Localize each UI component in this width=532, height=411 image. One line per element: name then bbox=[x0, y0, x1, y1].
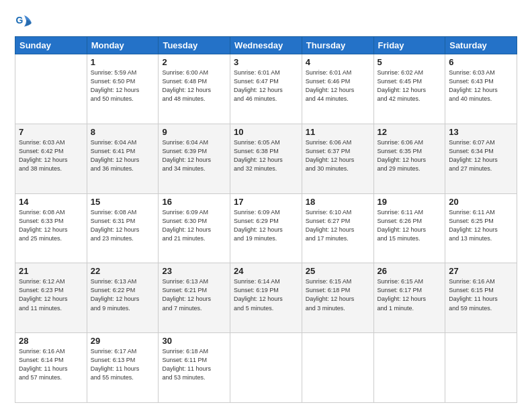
calendar-cell: 27Sunrise: 6:16 AM Sunset: 6:15 PM Dayli… bbox=[445, 263, 517, 333]
header: G bbox=[15, 12, 517, 31]
calendar-cell: 25Sunrise: 6:15 AM Sunset: 6:18 PM Dayli… bbox=[302, 263, 373, 333]
cell-info: Sunrise: 6:13 AM Sunset: 6:21 PM Dayligh… bbox=[162, 277, 226, 312]
cell-day-number: 24 bbox=[234, 266, 298, 276]
cell-info: Sunrise: 6:15 AM Sunset: 6:18 PM Dayligh… bbox=[306, 277, 370, 312]
cell-day-number: 7 bbox=[19, 127, 83, 137]
cell-info: Sunrise: 6:07 AM Sunset: 6:34 PM Dayligh… bbox=[449, 138, 513, 173]
calendar-cell: 13Sunrise: 6:07 AM Sunset: 6:34 PM Dayli… bbox=[445, 124, 517, 193]
calendar-cell: 18Sunrise: 6:10 AM Sunset: 6:27 PM Dayli… bbox=[302, 193, 373, 263]
page: G SundayMondayTuesdayWednesdayThursdayFr… bbox=[0, 0, 532, 411]
cell-info: Sunrise: 6:00 AM Sunset: 6:48 PM Dayligh… bbox=[162, 68, 226, 103]
calendar-cell: 17Sunrise: 6:09 AM Sunset: 6:29 PM Dayli… bbox=[230, 193, 302, 263]
calendar-cell: 6Sunrise: 6:03 AM Sunset: 6:43 PM Daylig… bbox=[445, 54, 517, 124]
calendar-cell: 9Sunrise: 6:04 AM Sunset: 6:39 PM Daylig… bbox=[159, 124, 230, 193]
cell-info: Sunrise: 6:09 AM Sunset: 6:30 PM Dayligh… bbox=[162, 208, 226, 243]
week-row-3: 14Sunrise: 6:08 AM Sunset: 6:33 PM Dayli… bbox=[15, 193, 517, 263]
weekday-header-saturday: Saturday bbox=[445, 37, 517, 54]
weekday-header-friday: Friday bbox=[373, 37, 445, 54]
cell-day-number: 25 bbox=[306, 266, 370, 276]
calendar-table: SundayMondayTuesdayWednesdayThursdayFrid… bbox=[15, 36, 517, 403]
cell-info: Sunrise: 6:01 AM Sunset: 6:46 PM Dayligh… bbox=[306, 68, 370, 103]
calendar-cell: 15Sunrise: 6:08 AM Sunset: 6:31 PM Dayli… bbox=[87, 193, 159, 263]
cell-day-number: 16 bbox=[162, 197, 226, 207]
calendar-cell bbox=[373, 333, 445, 403]
cell-info: Sunrise: 6:15 AM Sunset: 6:17 PM Dayligh… bbox=[378, 277, 442, 312]
cell-info: Sunrise: 6:13 AM Sunset: 6:22 PM Dayligh… bbox=[91, 277, 155, 312]
calendar-cell bbox=[15, 54, 87, 124]
cell-day-number: 22 bbox=[91, 266, 155, 276]
cell-day-number: 19 bbox=[378, 197, 442, 207]
cell-day-number: 2 bbox=[162, 57, 226, 67]
calendar-cell: 30Sunrise: 6:18 AM Sunset: 6:11 PM Dayli… bbox=[159, 333, 230, 403]
cell-day-number: 20 bbox=[449, 197, 513, 207]
calendar-cell bbox=[302, 333, 373, 403]
calendar-cell: 16Sunrise: 6:09 AM Sunset: 6:30 PM Dayli… bbox=[159, 193, 230, 263]
calendar-cell: 29Sunrise: 6:17 AM Sunset: 6:13 PM Dayli… bbox=[87, 333, 159, 403]
calendar-cell: 5Sunrise: 6:02 AM Sunset: 6:45 PM Daylig… bbox=[373, 54, 445, 124]
cell-day-number: 21 bbox=[19, 266, 83, 276]
cell-info: Sunrise: 6:10 AM Sunset: 6:27 PM Dayligh… bbox=[306, 208, 370, 243]
cell-info: Sunrise: 6:16 AM Sunset: 6:14 PM Dayligh… bbox=[19, 347, 83, 382]
calendar-cell: 1Sunrise: 5:59 AM Sunset: 6:50 PM Daylig… bbox=[87, 54, 159, 124]
calendar-cell: 7Sunrise: 6:03 AM Sunset: 6:42 PM Daylig… bbox=[15, 124, 87, 193]
cell-day-number: 6 bbox=[449, 57, 513, 67]
weekday-header-tuesday: Tuesday bbox=[159, 37, 230, 54]
cell-day-number: 12 bbox=[378, 127, 442, 137]
cell-day-number: 9 bbox=[162, 127, 226, 137]
calendar-cell: 14Sunrise: 6:08 AM Sunset: 6:33 PM Dayli… bbox=[15, 193, 87, 263]
calendar-cell: 21Sunrise: 6:12 AM Sunset: 6:23 PM Dayli… bbox=[15, 263, 87, 333]
cell-info: Sunrise: 6:03 AM Sunset: 6:42 PM Dayligh… bbox=[19, 138, 83, 173]
cell-day-number: 8 bbox=[91, 127, 155, 137]
cell-info: Sunrise: 6:11 AM Sunset: 6:25 PM Dayligh… bbox=[449, 208, 513, 243]
cell-day-number: 1 bbox=[91, 57, 155, 67]
cell-info: Sunrise: 6:04 AM Sunset: 6:39 PM Dayligh… bbox=[162, 138, 226, 173]
calendar-cell: 26Sunrise: 6:15 AM Sunset: 6:17 PM Dayli… bbox=[373, 263, 445, 333]
cell-day-number: 3 bbox=[234, 57, 298, 67]
calendar-cell: 4Sunrise: 6:01 AM Sunset: 6:46 PM Daylig… bbox=[302, 54, 373, 124]
cell-info: Sunrise: 6:18 AM Sunset: 6:11 PM Dayligh… bbox=[162, 347, 226, 382]
cell-info: Sunrise: 6:01 AM Sunset: 6:47 PM Dayligh… bbox=[234, 68, 298, 103]
cell-info: Sunrise: 6:03 AM Sunset: 6:43 PM Dayligh… bbox=[449, 68, 513, 103]
calendar-cell: 20Sunrise: 6:11 AM Sunset: 6:25 PM Dayli… bbox=[445, 193, 517, 263]
weekday-header-row: SundayMondayTuesdayWednesdayThursdayFrid… bbox=[15, 37, 517, 54]
cell-day-number: 4 bbox=[306, 57, 370, 67]
calendar-cell: 28Sunrise: 6:16 AM Sunset: 6:14 PM Dayli… bbox=[15, 333, 87, 403]
weekday-header-sunday: Sunday bbox=[15, 37, 87, 54]
cell-day-number: 13 bbox=[449, 127, 513, 137]
week-row-2: 7Sunrise: 6:03 AM Sunset: 6:42 PM Daylig… bbox=[15, 124, 517, 193]
cell-info: Sunrise: 6:17 AM Sunset: 6:13 PM Dayligh… bbox=[91, 347, 155, 382]
cell-info: Sunrise: 6:04 AM Sunset: 6:41 PM Dayligh… bbox=[91, 138, 155, 173]
weekday-header-thursday: Thursday bbox=[302, 37, 373, 54]
calendar-cell: 10Sunrise: 6:05 AM Sunset: 6:38 PM Dayli… bbox=[230, 124, 302, 193]
cell-day-number: 27 bbox=[449, 266, 513, 276]
calendar-cell bbox=[230, 333, 302, 403]
cell-day-number: 26 bbox=[378, 266, 442, 276]
cell-info: Sunrise: 6:14 AM Sunset: 6:19 PM Dayligh… bbox=[234, 277, 298, 312]
calendar-cell: 24Sunrise: 6:14 AM Sunset: 6:19 PM Dayli… bbox=[230, 263, 302, 333]
cell-info: Sunrise: 6:12 AM Sunset: 6:23 PM Dayligh… bbox=[19, 277, 83, 312]
svg-text:G: G bbox=[16, 15, 24, 26]
cell-info: Sunrise: 6:06 AM Sunset: 6:37 PM Dayligh… bbox=[306, 138, 370, 173]
calendar-cell: 12Sunrise: 6:06 AM Sunset: 6:35 PM Dayli… bbox=[373, 124, 445, 193]
week-row-1: 1Sunrise: 5:59 AM Sunset: 6:50 PM Daylig… bbox=[15, 54, 517, 124]
calendar-cell: 3Sunrise: 6:01 AM Sunset: 6:47 PM Daylig… bbox=[230, 54, 302, 124]
logo: G bbox=[15, 12, 36, 31]
cell-info: Sunrise: 5:59 AM Sunset: 6:50 PM Dayligh… bbox=[91, 68, 155, 103]
calendar-cell: 8Sunrise: 6:04 AM Sunset: 6:41 PM Daylig… bbox=[87, 124, 159, 193]
calendar-cell: 11Sunrise: 6:06 AM Sunset: 6:37 PM Dayli… bbox=[302, 124, 373, 193]
weekday-header-wednesday: Wednesday bbox=[230, 37, 302, 54]
calendar-cell: 23Sunrise: 6:13 AM Sunset: 6:21 PM Dayli… bbox=[159, 263, 230, 333]
weekday-header-monday: Monday bbox=[87, 37, 159, 54]
cell-info: Sunrise: 6:16 AM Sunset: 6:15 PM Dayligh… bbox=[449, 277, 513, 312]
week-row-5: 28Sunrise: 6:16 AM Sunset: 6:14 PM Dayli… bbox=[15, 333, 517, 403]
cell-info: Sunrise: 6:06 AM Sunset: 6:35 PM Dayligh… bbox=[378, 138, 442, 173]
cell-info: Sunrise: 6:11 AM Sunset: 6:26 PM Dayligh… bbox=[378, 208, 442, 243]
cell-day-number: 23 bbox=[162, 266, 226, 276]
cell-info: Sunrise: 6:05 AM Sunset: 6:38 PM Dayligh… bbox=[234, 138, 298, 173]
cell-info: Sunrise: 6:08 AM Sunset: 6:31 PM Dayligh… bbox=[91, 208, 155, 243]
cell-day-number: 10 bbox=[234, 127, 298, 137]
cell-day-number: 30 bbox=[162, 336, 226, 346]
logo-icon: G bbox=[15, 12, 34, 31]
calendar-cell: 2Sunrise: 6:00 AM Sunset: 6:48 PM Daylig… bbox=[159, 54, 230, 124]
cell-day-number: 17 bbox=[234, 197, 298, 207]
